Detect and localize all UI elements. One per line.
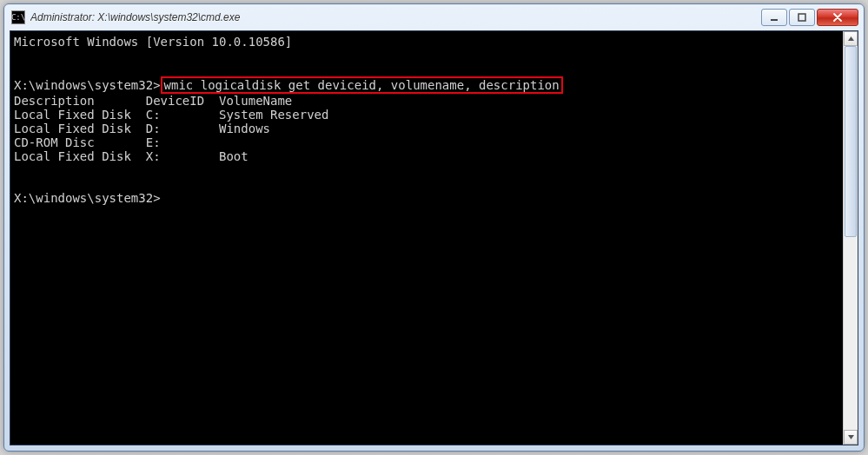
output-row: Local Fixed Disk C: System Reserved [14,108,843,122]
version-line: Microsoft Windows [Version 10.0.10586] [14,35,843,49]
close-button[interactable] [817,9,858,26]
scroll-track[interactable] [844,46,858,430]
prompt-2: X:\windows\system32> [14,191,843,205]
command-line-1: X:\windows\system32>wmic logicaldisk get… [14,76,843,94]
output-row: Local Fixed Disk D: Windows [14,122,843,135]
terminal-output[interactable]: Microsoft Windows [Version 10.0.10586] X… [10,31,843,445]
svg-rect-0 [771,19,778,21]
cmd-window: C:\ Administrator: X:\windows\system32\c… [3,3,865,452]
vertical-scrollbar[interactable] [843,31,858,445]
cmd-icon: C:\ [11,10,25,24]
prompt-1: X:\windows\system32> [14,78,161,92]
maximize-button[interactable] [789,9,815,26]
output-row: CD-ROM Disc E: [14,135,843,149]
scroll-up-button[interactable] [844,31,858,46]
scroll-down-button[interactable] [844,430,858,445]
highlighted-command: wmic logicaldisk get deviceid, volumenam… [161,76,563,94]
minimize-button[interactable] [761,9,787,26]
scroll-thumb[interactable] [845,46,857,237]
titlebar[interactable]: C:\ Administrator: X:\windows\system32\c… [4,4,864,30]
output-header: Description DeviceID VolumeName [14,94,843,108]
client-area: Microsoft Windows [Version 10.0.10586] X… [10,30,858,445]
window-controls [761,9,858,26]
output-row: Local Fixed Disk X: Boot [14,149,843,163]
svg-rect-1 [798,14,805,21]
window-title: Administrator: X:\windows\system32\cmd.e… [30,11,761,23]
